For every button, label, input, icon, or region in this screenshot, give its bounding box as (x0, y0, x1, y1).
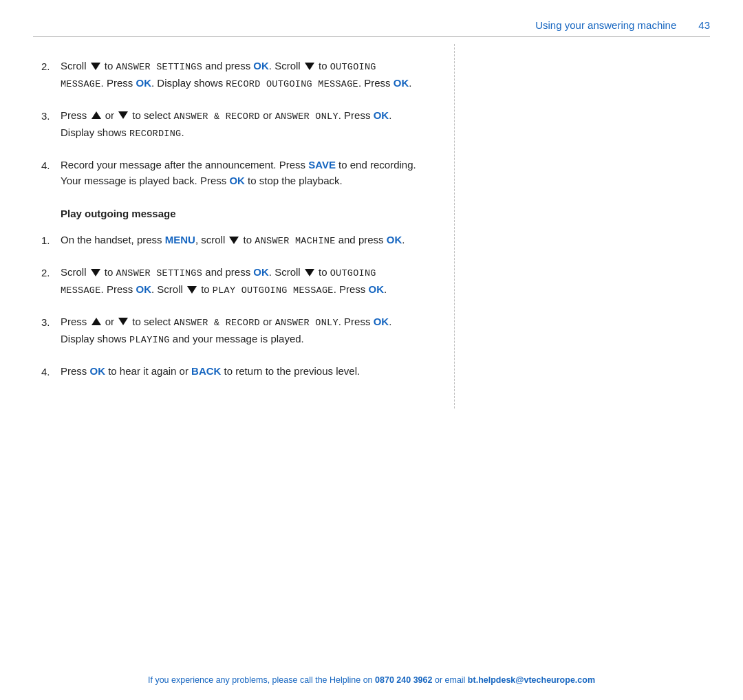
list-item: 4.Record your message after the announce… (41, 157, 421, 189)
footer: If you experience any problems, please c… (0, 675, 743, 685)
scroll-down-icon (91, 269, 100, 276)
footer-text-between: or email (432, 675, 467, 685)
inline-text: . Display shows (151, 77, 226, 89)
inline-text: to return to the previous level. (221, 365, 360, 377)
list-item-number: 4. (41, 157, 61, 189)
list-item: 2.Scroll to ANSWER SETTINGS and press OK… (41, 264, 421, 298)
scroll-up-icon (91, 318, 101, 325)
section1-list: 2.Scroll to ANSWER SETTINGS and press OK… (41, 58, 421, 188)
inline-text: Press (61, 316, 90, 327)
scroll-down-icon (118, 318, 128, 325)
list-item: 3.Press or to select ANSWER & RECORD or … (41, 107, 421, 142)
scroll-down-icon (229, 237, 239, 244)
keyword-highlight: OK (136, 77, 151, 89)
footer-email: bt.helpdesk@vtecheurope.com (468, 675, 595, 685)
inline-text: or (260, 316, 275, 327)
keyword-highlight: OK (253, 266, 269, 278)
inline-text: to hear it again or (105, 365, 191, 377)
keyword-highlight: OK (253, 60, 269, 72)
mono-text: ANSWER SETTINGS (116, 62, 203, 72)
mono-text: ANSWER & RECORD (173, 318, 260, 328)
keyword-highlight: OK (394, 77, 409, 89)
list-item-text: On the handset, press MENU, scroll to AN… (61, 232, 421, 249)
inline-text: Press (61, 365, 90, 377)
section2-list: 1.On the handset, press MENU, scroll to … (41, 232, 421, 380)
right-column (454, 44, 715, 408)
inline-text: . Press (101, 283, 136, 295)
mono-text: RECORDING (129, 129, 181, 139)
inline-text: and press (336, 234, 387, 245)
list-item-number: 4. (41, 363, 61, 380)
inline-text: to (102, 60, 116, 72)
inline-text: to stop the playback. (245, 175, 343, 186)
inline-text: to (316, 60, 330, 72)
inline-text: Scroll (61, 266, 89, 278)
inline-text: and your message is played. (170, 333, 304, 344)
mono-text: ANSWER ONLY (275, 318, 338, 328)
section2-heading: Play outgoing message (61, 208, 421, 219)
mono-text: ANSWER ONLY (275, 111, 338, 122)
inline-text: . Press (334, 283, 369, 295)
scroll-down-icon (118, 111, 128, 119)
inline-text: . Press (101, 77, 136, 89)
mono-text: ANSWER SETTINGS (116, 268, 203, 278)
list-item-text: Press or to select ANSWER & RECORD or AN… (61, 107, 421, 142)
inline-text: . (384, 283, 387, 295)
list-item-text: Scroll to ANSWER SETTINGS and press OK. … (61, 58, 421, 92)
inline-text: and press (202, 266, 253, 278)
header-title: Using your answering machine (535, 19, 676, 31)
list-item-text: Scroll to ANSWER SETTINGS and press OK. … (61, 264, 421, 298)
inline-text: to (316, 266, 330, 278)
scroll-up-icon (91, 111, 101, 119)
inline-text: . (409, 77, 411, 89)
inline-text: to (240, 234, 255, 245)
keyword-highlight: BACK (191, 365, 221, 377)
list-item-number: 3. (41, 107, 61, 142)
list-item-number: 1. (41, 232, 61, 249)
inline-text: and press (202, 60, 253, 72)
footer-phone: 0870 240 3962 (375, 675, 432, 685)
mono-text: ANSWER & RECORD (173, 111, 260, 122)
scroll-down-icon (187, 286, 197, 294)
keyword-highlight: OK (374, 316, 389, 327)
header-divider (33, 36, 710, 37)
inline-text: or (103, 109, 118, 121)
keyword-highlight: OK (136, 283, 151, 295)
header-page-number: 43 (698, 19, 710, 31)
footer-text-before: If you experience any problems, please c… (148, 675, 375, 685)
inline-text: or (103, 316, 118, 327)
inline-text: . (181, 127, 184, 138)
inline-text: Scroll (61, 60, 89, 72)
content-area: 2.Scroll to ANSWER SETTINGS and press OK… (0, 44, 743, 408)
keyword-highlight: OK (369, 283, 385, 295)
scroll-down-icon (305, 269, 314, 276)
keyword-highlight: OK (229, 175, 245, 186)
inline-text: . Press (358, 77, 394, 89)
inline-text: . (402, 234, 405, 245)
keyword-highlight: OK (387, 234, 402, 245)
list-item-number: 3. (41, 314, 61, 348)
mono-text: ANSWER MACHINE (255, 236, 335, 246)
keyword-highlight: OK (90, 365, 106, 377)
mono-text: RECORD OUTGOING MESSAGE (226, 79, 358, 89)
mono-text: PLAYING (129, 335, 170, 345)
inline-text: . Scroll (151, 283, 186, 295)
inline-text: . Scroll (269, 60, 303, 72)
inline-text: . Press (338, 109, 374, 121)
list-item-text: Record your message after the announceme… (61, 157, 421, 189)
inline-text: to select (129, 316, 173, 327)
inline-text: . Scroll (269, 266, 303, 278)
scroll-down-icon (91, 63, 100, 70)
list-item-number: 2. (41, 58, 61, 92)
list-item-number: 2. (41, 264, 61, 298)
inline-text: . Press (338, 316, 374, 327)
inline-text: On the handset, press (61, 234, 165, 245)
inline-text: , scroll (195, 234, 228, 245)
inline-text: Press (61, 109, 90, 121)
mono-text: PLAY OUTGOING MESSAGE (213, 285, 334, 296)
inline-text: to select (129, 109, 173, 121)
main-content: 2.Scroll to ANSWER SETTINGS and press OK… (0, 44, 454, 408)
inline-text: to (102, 266, 116, 278)
list-item: 4.Press OK to hear it again or BACK to r… (41, 363, 421, 380)
inline-text: or (260, 109, 275, 121)
